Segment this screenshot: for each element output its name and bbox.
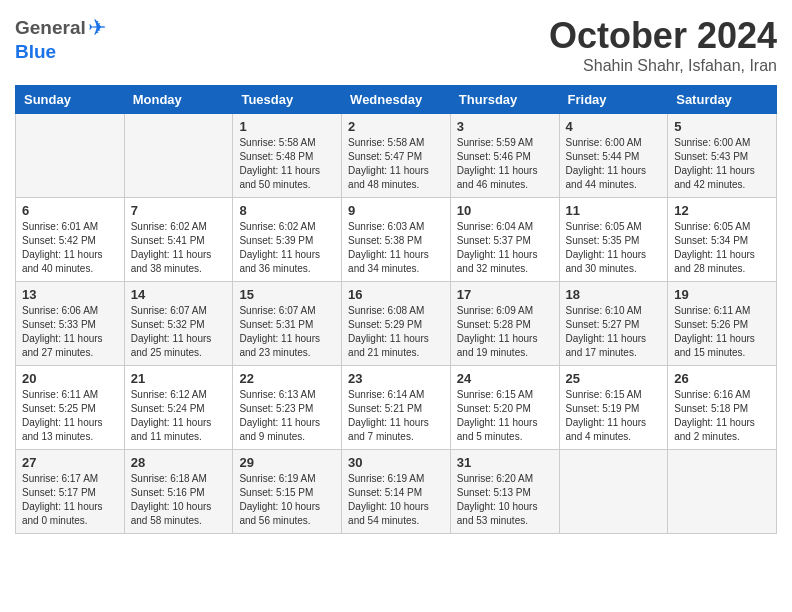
calendar-cell: 31Sunrise: 6:20 AM Sunset: 5:13 PM Dayli… xyxy=(450,450,559,534)
day-header-wednesday: Wednesday xyxy=(342,86,451,114)
day-info: Sunrise: 6:19 AM Sunset: 5:15 PM Dayligh… xyxy=(239,472,335,528)
calendar-cell: 15Sunrise: 6:07 AM Sunset: 5:31 PM Dayli… xyxy=(233,282,342,366)
logo: General ✈ Blue xyxy=(15,15,106,63)
day-number: 28 xyxy=(131,455,227,470)
calendar-cell: 29Sunrise: 6:19 AM Sunset: 5:15 PM Dayli… xyxy=(233,450,342,534)
calendar-cell: 8Sunrise: 6:02 AM Sunset: 5:39 PM Daylig… xyxy=(233,198,342,282)
calendar-cell: 14Sunrise: 6:07 AM Sunset: 5:32 PM Dayli… xyxy=(124,282,233,366)
calendar-cell: 21Sunrise: 6:12 AM Sunset: 5:24 PM Dayli… xyxy=(124,366,233,450)
calendar-cell: 20Sunrise: 6:11 AM Sunset: 5:25 PM Dayli… xyxy=(16,366,125,450)
day-number: 15 xyxy=(239,287,335,302)
calendar-week-row: 1Sunrise: 5:58 AM Sunset: 5:48 PM Daylig… xyxy=(16,114,777,198)
day-info: Sunrise: 6:14 AM Sunset: 5:21 PM Dayligh… xyxy=(348,388,444,444)
calendar-cell: 5Sunrise: 6:00 AM Sunset: 5:43 PM Daylig… xyxy=(668,114,777,198)
calendar-cell xyxy=(559,450,668,534)
day-number: 9 xyxy=(348,203,444,218)
location-subtitle: Shahin Shahr, Isfahan, Iran xyxy=(549,57,777,75)
calendar-cell: 11Sunrise: 6:05 AM Sunset: 5:35 PM Dayli… xyxy=(559,198,668,282)
day-info: Sunrise: 6:20 AM Sunset: 5:13 PM Dayligh… xyxy=(457,472,553,528)
day-number: 1 xyxy=(239,119,335,134)
day-info: Sunrise: 5:59 AM Sunset: 5:46 PM Dayligh… xyxy=(457,136,553,192)
day-number: 13 xyxy=(22,287,118,302)
day-info: Sunrise: 6:10 AM Sunset: 5:27 PM Dayligh… xyxy=(566,304,662,360)
day-info: Sunrise: 6:08 AM Sunset: 5:29 PM Dayligh… xyxy=(348,304,444,360)
day-info: Sunrise: 6:07 AM Sunset: 5:31 PM Dayligh… xyxy=(239,304,335,360)
day-number: 5 xyxy=(674,119,770,134)
day-info: Sunrise: 6:16 AM Sunset: 5:18 PM Dayligh… xyxy=(674,388,770,444)
calendar-cell xyxy=(124,114,233,198)
calendar-week-row: 13Sunrise: 6:06 AM Sunset: 5:33 PM Dayli… xyxy=(16,282,777,366)
day-number: 8 xyxy=(239,203,335,218)
day-number: 12 xyxy=(674,203,770,218)
calendar-cell: 9Sunrise: 6:03 AM Sunset: 5:38 PM Daylig… xyxy=(342,198,451,282)
title-section: October 2024 Shahin Shahr, Isfahan, Iran xyxy=(549,15,777,75)
day-info: Sunrise: 6:00 AM Sunset: 5:43 PM Dayligh… xyxy=(674,136,770,192)
calendar-cell: 25Sunrise: 6:15 AM Sunset: 5:19 PM Dayli… xyxy=(559,366,668,450)
day-number: 25 xyxy=(566,371,662,386)
calendar-cell: 24Sunrise: 6:15 AM Sunset: 5:20 PM Dayli… xyxy=(450,366,559,450)
calendar-cell: 4Sunrise: 6:00 AM Sunset: 5:44 PM Daylig… xyxy=(559,114,668,198)
day-info: Sunrise: 6:07 AM Sunset: 5:32 PM Dayligh… xyxy=(131,304,227,360)
day-number: 29 xyxy=(239,455,335,470)
calendar-cell: 28Sunrise: 6:18 AM Sunset: 5:16 PM Dayli… xyxy=(124,450,233,534)
day-info: Sunrise: 6:17 AM Sunset: 5:17 PM Dayligh… xyxy=(22,472,118,528)
day-number: 30 xyxy=(348,455,444,470)
day-number: 6 xyxy=(22,203,118,218)
day-header-friday: Friday xyxy=(559,86,668,114)
day-number: 31 xyxy=(457,455,553,470)
day-header-monday: Monday xyxy=(124,86,233,114)
calendar-cell: 17Sunrise: 6:09 AM Sunset: 5:28 PM Dayli… xyxy=(450,282,559,366)
day-number: 14 xyxy=(131,287,227,302)
day-info: Sunrise: 6:18 AM Sunset: 5:16 PM Dayligh… xyxy=(131,472,227,528)
day-info: Sunrise: 6:13 AM Sunset: 5:23 PM Dayligh… xyxy=(239,388,335,444)
calendar-week-row: 20Sunrise: 6:11 AM Sunset: 5:25 PM Dayli… xyxy=(16,366,777,450)
day-info: Sunrise: 6:19 AM Sunset: 5:14 PM Dayligh… xyxy=(348,472,444,528)
calendar-cell: 23Sunrise: 6:14 AM Sunset: 5:21 PM Dayli… xyxy=(342,366,451,450)
day-number: 27 xyxy=(22,455,118,470)
day-info: Sunrise: 6:15 AM Sunset: 5:19 PM Dayligh… xyxy=(566,388,662,444)
day-info: Sunrise: 6:05 AM Sunset: 5:35 PM Dayligh… xyxy=(566,220,662,276)
logo-blue-text: Blue xyxy=(15,41,56,63)
day-info: Sunrise: 6:06 AM Sunset: 5:33 PM Dayligh… xyxy=(22,304,118,360)
calendar-cell: 18Sunrise: 6:10 AM Sunset: 5:27 PM Dayli… xyxy=(559,282,668,366)
calendar-cell: 27Sunrise: 6:17 AM Sunset: 5:17 PM Dayli… xyxy=(16,450,125,534)
calendar-week-row: 27Sunrise: 6:17 AM Sunset: 5:17 PM Dayli… xyxy=(16,450,777,534)
day-info: Sunrise: 6:04 AM Sunset: 5:37 PM Dayligh… xyxy=(457,220,553,276)
day-number: 4 xyxy=(566,119,662,134)
page-header: General ✈ Blue October 2024 Shahin Shahr… xyxy=(15,15,777,75)
day-header-tuesday: Tuesday xyxy=(233,86,342,114)
day-number: 24 xyxy=(457,371,553,386)
calendar-cell: 1Sunrise: 5:58 AM Sunset: 5:48 PM Daylig… xyxy=(233,114,342,198)
day-info: Sunrise: 6:05 AM Sunset: 5:34 PM Dayligh… xyxy=(674,220,770,276)
day-info: Sunrise: 6:03 AM Sunset: 5:38 PM Dayligh… xyxy=(348,220,444,276)
day-number: 18 xyxy=(566,287,662,302)
day-number: 3 xyxy=(457,119,553,134)
day-number: 21 xyxy=(131,371,227,386)
month-title: October 2024 xyxy=(549,15,777,57)
day-info: Sunrise: 6:15 AM Sunset: 5:20 PM Dayligh… xyxy=(457,388,553,444)
day-number: 16 xyxy=(348,287,444,302)
day-info: Sunrise: 6:02 AM Sunset: 5:41 PM Dayligh… xyxy=(131,220,227,276)
day-info: Sunrise: 5:58 AM Sunset: 5:48 PM Dayligh… xyxy=(239,136,335,192)
day-number: 22 xyxy=(239,371,335,386)
calendar-cell: 22Sunrise: 6:13 AM Sunset: 5:23 PM Dayli… xyxy=(233,366,342,450)
day-number: 26 xyxy=(674,371,770,386)
day-number: 10 xyxy=(457,203,553,218)
day-number: 17 xyxy=(457,287,553,302)
day-header-sunday: Sunday xyxy=(16,86,125,114)
day-number: 7 xyxy=(131,203,227,218)
calendar-cell: 3Sunrise: 5:59 AM Sunset: 5:46 PM Daylig… xyxy=(450,114,559,198)
calendar-cell: 10Sunrise: 6:04 AM Sunset: 5:37 PM Dayli… xyxy=(450,198,559,282)
calendar-cell: 6Sunrise: 6:01 AM Sunset: 5:42 PM Daylig… xyxy=(16,198,125,282)
day-header-thursday: Thursday xyxy=(450,86,559,114)
calendar-cell: 19Sunrise: 6:11 AM Sunset: 5:26 PM Dayli… xyxy=(668,282,777,366)
calendar-cell: 26Sunrise: 6:16 AM Sunset: 5:18 PM Dayli… xyxy=(668,366,777,450)
calendar-cell: 2Sunrise: 5:58 AM Sunset: 5:47 PM Daylig… xyxy=(342,114,451,198)
day-info: Sunrise: 6:02 AM Sunset: 5:39 PM Dayligh… xyxy=(239,220,335,276)
day-number: 19 xyxy=(674,287,770,302)
calendar-cell: 12Sunrise: 6:05 AM Sunset: 5:34 PM Dayli… xyxy=(668,198,777,282)
calendar-cell: 13Sunrise: 6:06 AM Sunset: 5:33 PM Dayli… xyxy=(16,282,125,366)
day-info: Sunrise: 5:58 AM Sunset: 5:47 PM Dayligh… xyxy=(348,136,444,192)
calendar-cell xyxy=(16,114,125,198)
day-info: Sunrise: 6:01 AM Sunset: 5:42 PM Dayligh… xyxy=(22,220,118,276)
